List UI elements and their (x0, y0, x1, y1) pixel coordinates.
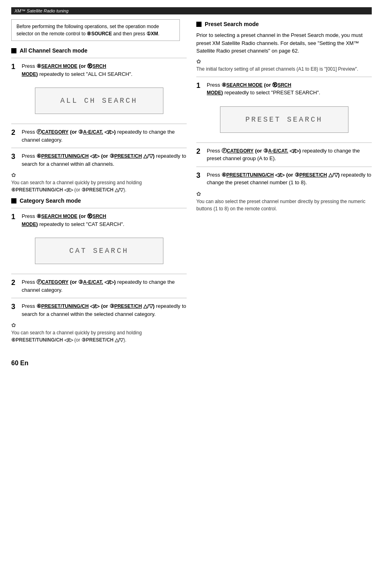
f-circle-2: Ⓕ (37, 129, 42, 135)
g-circle-3: ⑥ (37, 153, 41, 159)
preset-ch-label-3: PRESET/CH (114, 153, 142, 159)
right-column: Preset Search mode Prior to selecting a … (196, 19, 372, 348)
step-cat-1-content: Press ⑧SEARCH MODE (or ⑯SRCHMODE) repeat… (22, 212, 187, 228)
step-cat-num-2: 2 (11, 278, 18, 287)
step-allch-1: 1 Press ⑧SEARCH MODE (or ⑯SRCHMODE) repe… (11, 62, 187, 78)
step-allch-2: 2 Press ⒻCATEGORY (or ③A-E/CAT. ◁/▷) rep… (11, 128, 187, 144)
h-circle-c1: ⑧ (37, 213, 41, 219)
preset-ch-label-c3: PRESET/CH (114, 303, 142, 309)
header-title: XM™ Satellite Radio tuning (14, 8, 69, 13)
search-mode-label-1: SEARCH MODE (41, 63, 77, 69)
f-circle-p2: Ⓕ (222, 148, 227, 154)
step-preset-num-1: 1 (196, 81, 204, 90)
section-icon (11, 48, 16, 53)
circle3b-c3: ③ (110, 303, 114, 309)
step-cat-num-1: 1 (11, 212, 18, 222)
preset-tuning-label-c3: PRESET/TUNING/CH (41, 303, 89, 309)
display-cat: CAT SEARCH (35, 238, 163, 264)
section-preset-heading: Preset Search mode (196, 21, 372, 27)
divider-1 (11, 58, 187, 58)
display-preset: PRESET SEARCH (220, 106, 348, 133)
section-all-channel-heading: All Channel Search mode (11, 47, 187, 54)
main-layout: Before performing the following operatio… (11, 19, 372, 348)
page: XM™ Satellite Radio tuning Before perfor… (0, 0, 383, 588)
divider-2 (11, 124, 187, 124)
step-preset-1-content: Press ⑧SEARCH MODE (or ⑯SRCHMODE) repeat… (207, 81, 372, 97)
preset-ch-label-p3: PRESET/CH (299, 172, 327, 178)
page-suffix: En (18, 360, 29, 366)
step-preset-1: 1 Press ⑧SEARCH MODE (or ⑯SRCHMODE) repe… (196, 81, 372, 97)
note-icon-preset-2: ✿ (196, 191, 372, 197)
step-num-2: 2 (11, 128, 18, 137)
section-cat-icon (11, 198, 16, 203)
circle16-p1: ⑯ (272, 82, 277, 88)
section-preset-icon (196, 22, 202, 27)
note-text-cat-1: You can search for a channel quickly by … (11, 329, 187, 344)
search-mode-label-c1: SEARCH MODE (41, 214, 77, 219)
xm-label: ①XM (147, 31, 158, 37)
source-label: ⑧SOURCE (87, 31, 112, 37)
ae-cat-label-p2: A-E/CAT. (268, 148, 288, 154)
circle3-c2: ③ (78, 279, 83, 285)
display-allch: ALL CH SEARCH (35, 87, 163, 114)
category-label-2: CATEGORY (42, 129, 69, 135)
step-cat-2: 2 Press ⒻCATEGORY (or ③A-E/CAT. ◁/▷) rep… (11, 278, 187, 294)
preset-intro: Prior to selecting a preset channel in t… (196, 31, 372, 55)
divider-r3 (196, 167, 372, 167)
note-text-preset-2: You can also select the preset channel n… (196, 198, 372, 212)
header-bar: XM™ Satellite Radio tuning (11, 7, 372, 14)
divider-6 (11, 298, 187, 298)
step-num-1: 1 (11, 62, 18, 71)
page-number: 60 En (11, 360, 372, 367)
circle3-p2: ③ (263, 148, 268, 154)
section-cat-title: Category Search mode (20, 197, 81, 204)
divider-r1 (196, 77, 372, 77)
circle3b-3: ③ (110, 153, 114, 159)
h-circle-1: ⑧ (37, 63, 41, 69)
preset-tuning-label-p3: PRESET/TUNING/CH (226, 172, 274, 178)
circle3-2: ③ (78, 129, 83, 135)
search-mode-label-p1: SEARCH MODE (226, 82, 263, 88)
step-preset-3-content: Press ⑥PRESET/TUNING/CH ◁/▷ (or ③PRESET/… (207, 171, 372, 187)
section-all-channel-title: All Channel Search mode (20, 47, 88, 54)
g-circle-p3: ⑥ (222, 172, 226, 178)
step-num-3: 3 (11, 152, 18, 161)
section-cat-heading: Category Search mode (11, 197, 187, 204)
category-label-c2: CATEGORY (42, 279, 69, 285)
note-text-preset-1: The initial factory setting of all prese… (196, 65, 372, 73)
step-cat-3-content: Press ⑥PRESET/TUNING/CH ◁/▷ (or ③PRESET/… (22, 302, 187, 318)
step-allch-2-content: Press ⒻCATEGORY (or ③A-E/CAT. ◁/▷) repea… (22, 128, 187, 144)
step-preset-2-content: Press ⒻCATEGORY (or ③A-E/CAT. ◁/▷) repea… (207, 147, 372, 163)
display-preset-text: PRESET SEARCH (245, 116, 322, 124)
intro-text: Before performing the following operatio… (16, 24, 159, 37)
step-allch-3-content: Press ⑥PRESET/TUNING/CH ◁/▷ (or ③PRESET/… (22, 152, 187, 168)
circle3b-p3: ③ (295, 172, 299, 178)
page-num-text: 60 (11, 360, 18, 366)
h-circle-p1: ⑧ (222, 82, 226, 88)
step-preset-3: 3 Press ⑥PRESET/TUNING/CH ◁/▷ (or ③PRESE… (196, 171, 372, 187)
note-cat-1: ✿ You can search for a channel quickly b… (11, 322, 187, 344)
display-allch-text: ALL CH SEARCH (60, 97, 137, 105)
note-preset-2: ✿ You can also select the preset channel… (196, 191, 372, 212)
ae-cat-label-c2: A-E/CAT. (83, 279, 103, 285)
circle16-c1: ⑯ (87, 213, 92, 219)
category-label-p2: CATEGORY (227, 148, 254, 154)
step-cat-1: 1 Press ⑧SEARCH MODE (or ⑯SRCHMODE) repe… (11, 212, 187, 228)
note-icon-cat-1: ✿ (11, 322, 187, 328)
step-cat-3: 3 Press ⑥PRESET/TUNING/CH ◁/▷ (or ③PRESE… (11, 302, 187, 318)
divider-5 (11, 274, 187, 274)
divider-3 (11, 148, 187, 148)
note-preset-1: ✿ The initial factory setting of all pre… (196, 58, 372, 73)
display-cat-text: CAT SEARCH (69, 247, 128, 255)
step-allch-3: 3 Press ⑥PRESET/TUNING/CH ◁/▷ (or ③PRESE… (11, 152, 187, 168)
note-text-1: You can search for a channel quickly by … (11, 179, 187, 193)
note-icon-preset-1: ✿ (196, 58, 372, 65)
step-preset-2: 2 Press ⒻCATEGORY (or ③A-E/CAT. ◁/▷) rep… (196, 147, 372, 163)
step-cat-num-3: 3 (11, 302, 18, 311)
step-allch-1-content: Press ⑧SEARCH MODE (or ⑯SRCHMODE) repeat… (22, 62, 187, 78)
note-allch-1: ✿ You can search for a channel quickly b… (11, 172, 187, 193)
intro-box: Before performing the following operatio… (11, 19, 180, 41)
note-icon-1: ✿ (11, 172, 187, 178)
circle16-1: ⑯ (87, 63, 92, 69)
divider-r2 (196, 142, 372, 143)
